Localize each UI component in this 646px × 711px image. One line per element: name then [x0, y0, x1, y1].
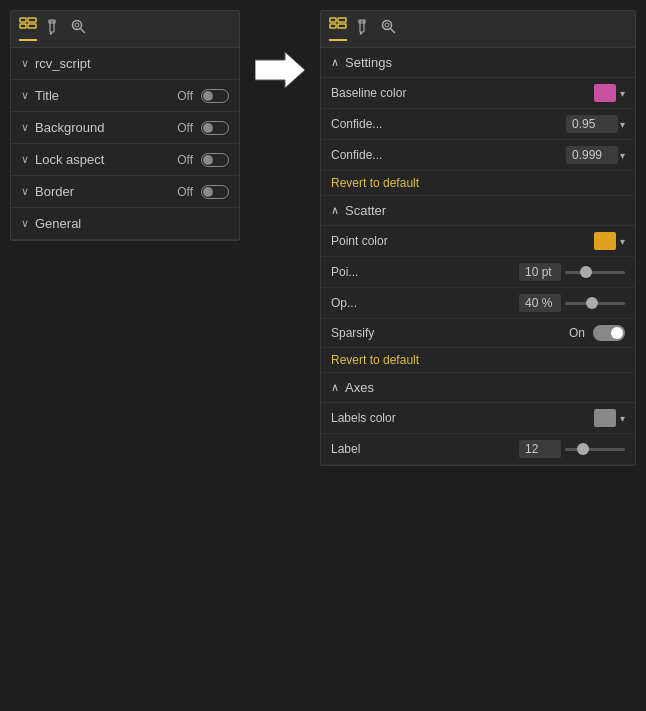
opacity-slider[interactable] — [565, 302, 625, 305]
arrow-container — [250, 10, 310, 90]
toggle-border[interactable] — [201, 185, 229, 199]
opacity-value[interactable]: 40 % — [519, 294, 561, 312]
scatter-label: Scatter — [345, 203, 386, 218]
toggle-state: Off — [177, 89, 193, 103]
svg-rect-1 — [28, 18, 36, 22]
settings-revert-link[interactable]: Revert to default — [321, 171, 635, 196]
svg-rect-13 — [338, 24, 346, 28]
item-lock-aspect[interactable]: ∨ Lock aspect Off — [11, 144, 239, 176]
label-size-label: Label — [331, 442, 519, 456]
confidence2-label: Confide... — [331, 148, 566, 162]
opacity-label: Op... — [331, 296, 519, 310]
axes-label: Axes — [345, 380, 374, 395]
toggle-title[interactable] — [201, 89, 229, 103]
label-size-slider[interactable] — [565, 448, 625, 451]
toggle-state: Off — [177, 153, 193, 167]
confidence1-label: Confide... — [331, 117, 566, 131]
svg-rect-0 — [20, 18, 26, 22]
svg-marker-9 — [255, 52, 305, 88]
baseline-color-label: Baseline color — [331, 86, 594, 100]
confidence2-value[interactable]: 0.999 — [566, 146, 618, 164]
grid-icon[interactable] — [19, 17, 37, 41]
svg-rect-2 — [20, 24, 26, 28]
scatter-section-header[interactable]: ∧ Scatter — [321, 196, 635, 226]
point-size-slider[interactable] — [565, 271, 625, 274]
labels-color-row: Labels color ▾ — [321, 403, 635, 434]
settings-label: Settings — [345, 55, 392, 70]
point-color-row: Point color ▾ — [321, 226, 635, 257]
grid-icon-right[interactable] — [329, 17, 347, 41]
dropdown-arrow-icon[interactable]: ▾ — [620, 413, 625, 424]
chevron-up-icon: ∧ — [331, 56, 339, 69]
point-color-swatch[interactable] — [594, 232, 616, 250]
svg-rect-10 — [330, 18, 336, 22]
confidence2-row: Confide... 0.999 ▾ — [321, 140, 635, 171]
axes-section-header[interactable]: ∧ Axes — [321, 373, 635, 403]
confidence1-value[interactable]: 0.95 — [566, 115, 618, 133]
search-icon[interactable] — [71, 19, 87, 39]
svg-rect-11 — [338, 18, 346, 22]
chevron-up-icon: ∧ — [331, 204, 339, 217]
item-background[interactable]: ∨ Background Off — [11, 112, 239, 144]
chevron-icon: ∨ — [21, 89, 29, 102]
labels-color-swatch[interactable] — [594, 409, 616, 427]
baseline-color-row: Baseline color ▾ — [321, 78, 635, 109]
toggle-state: Off — [177, 121, 193, 135]
baseline-color-swatch[interactable] — [594, 84, 616, 102]
dropdown-arrow-icon[interactable]: ▾ — [620, 236, 625, 247]
confidence1-row: Confide... 0.95 ▾ — [321, 109, 635, 140]
item-label: Border — [35, 184, 177, 199]
dropdown-arrow-icon[interactable]: ▾ — [620, 119, 625, 130]
main-container: ∨ rcv_script ∨ Title Off ∨ Background Of… — [0, 0, 646, 711]
sparsify-row: Sparsify On — [321, 319, 635, 348]
item-label: rcv_script — [35, 56, 229, 71]
dropdown-arrow-icon[interactable]: ▾ — [620, 88, 625, 99]
toggle-lock-aspect[interactable] — [201, 153, 229, 167]
right-toolbar — [321, 11, 635, 48]
svg-point-6 — [73, 21, 82, 30]
sparsify-label: Sparsify — [331, 326, 569, 340]
item-label: Title — [35, 88, 177, 103]
right-panel: ∧ Settings Baseline color ▾ Confide... 0… — [320, 10, 636, 466]
item-title[interactable]: ∨ Title Off — [11, 80, 239, 112]
chevron-icon: ∨ — [21, 121, 29, 134]
svg-point-7 — [75, 23, 79, 27]
scatter-revert-link[interactable]: Revert to default — [321, 348, 635, 373]
item-label: General — [35, 216, 229, 231]
svg-point-17 — [385, 23, 389, 27]
paint-icon-right[interactable] — [357, 19, 371, 39]
dropdown-arrow-icon[interactable]: ▾ — [620, 150, 625, 161]
opacity-row: Op... 40 % — [321, 288, 635, 319]
left-panel: ∨ rcv_script ∨ Title Off ∨ Background Of… — [10, 10, 240, 241]
point-size-slider-container: 10 pt — [519, 263, 625, 281]
search-icon-right[interactable] — [381, 19, 397, 39]
item-border[interactable]: ∨ Border Off — [11, 176, 239, 208]
paint-icon[interactable] — [47, 19, 61, 39]
svg-line-8 — [81, 29, 86, 34]
item-label: Lock aspect — [35, 152, 177, 167]
sparsify-toggle[interactable] — [593, 325, 625, 341]
left-toolbar — [11, 11, 239, 48]
labels-color-label: Labels color — [331, 411, 594, 425]
opacity-slider-container: 40 % — [519, 294, 625, 312]
chevron-icon: ∨ — [21, 217, 29, 230]
sparsify-state: On — [569, 326, 585, 340]
item-label: Background — [35, 120, 177, 135]
item-rcv-script[interactable]: ∨ rcv_script — [11, 48, 239, 80]
point-size-row: Poi... 10 pt — [321, 257, 635, 288]
label-size-slider-container: 12 — [519, 440, 625, 458]
item-general[interactable]: ∨ General — [11, 208, 239, 240]
toggle-state: Off — [177, 185, 193, 199]
point-size-label: Poi... — [331, 265, 519, 279]
svg-rect-12 — [330, 24, 336, 28]
point-color-label: Point color — [331, 234, 594, 248]
svg-point-16 — [383, 21, 392, 30]
chevron-icon: ∨ — [21, 185, 29, 198]
arrow-right-icon — [255, 50, 305, 90]
point-size-value[interactable]: 10 pt — [519, 263, 561, 281]
label-size-value[interactable]: 12 — [519, 440, 561, 458]
settings-section-header[interactable]: ∧ Settings — [321, 48, 635, 78]
chevron-icon: ∨ — [21, 57, 29, 70]
chevron-icon: ∨ — [21, 153, 29, 166]
toggle-background[interactable] — [201, 121, 229, 135]
